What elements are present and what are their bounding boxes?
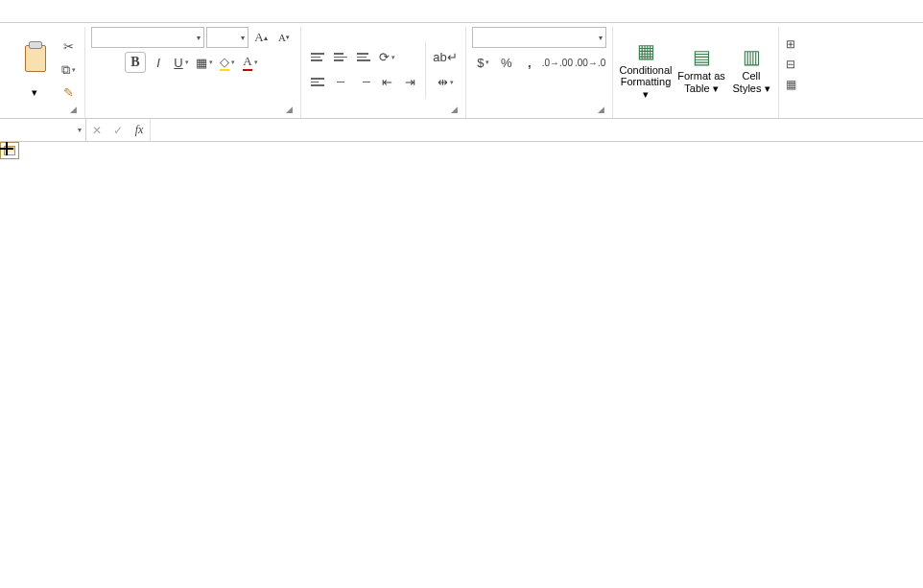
font-color-button[interactable]: A▾ (240, 52, 261, 73)
italic-button[interactable]: I (148, 52, 169, 73)
cell-styles-icon: ▥ (743, 45, 761, 68)
insert-function-button[interactable]: fx (129, 119, 150, 141)
increase-indent-button[interactable]: ⇥ (399, 72, 420, 93)
border-button[interactable]: ▦▾ (194, 52, 215, 73)
align-right-button[interactable] (353, 72, 374, 93)
formula-input[interactable] (150, 119, 923, 141)
worksheet-grid[interactable] (0, 142, 923, 588)
group-cells-partial: ⊞ ⊟ ▦ (779, 27, 806, 118)
cancel-formula-button[interactable]: ✕ (86, 119, 107, 141)
chevron-down-icon: ▾ (596, 34, 605, 42)
chevron-down-icon: ▾ (238, 34, 248, 42)
insert-cells-button[interactable]: ⊞ (781, 35, 800, 54)
paste-icon (22, 41, 47, 72)
wrap-text-button[interactable]: ab↵ (431, 47, 460, 68)
group-clipboard: ▾ ✂ ⧉▾ ✎ ◢ (8, 27, 85, 118)
format-as-table-label: Format asTable ▾ (677, 70, 725, 93)
quick-analysis-button[interactable] (0, 142, 19, 159)
group-label-clipboard: ◢ (13, 112, 79, 118)
conditional-formatting-icon: ▦ (637, 39, 655, 62)
align-middle-button[interactable] (330, 47, 351, 68)
conditional-formatting-button[interactable]: ▦ ConditionalFormatting ▾ (619, 38, 673, 102)
delete-cells-button[interactable]: ⊟ (781, 55, 800, 74)
group-font: ▾ ▾ A▴ A▾ B I U▾ ▦▾ ◇▾ A▾ ◢ (85, 27, 301, 118)
orientation-button[interactable]: ⟳▾ (376, 47, 397, 68)
merge-center-button[interactable]: ⇹▾ (431, 72, 460, 93)
increase-font-button[interactable]: A▴ (250, 27, 272, 48)
increase-decimal-button[interactable]: .0→.00 (542, 52, 573, 73)
group-label-number: ◢ (472, 112, 606, 118)
align-center-button[interactable] (330, 72, 351, 93)
decrease-font-button[interactable]: A▾ (273, 27, 295, 48)
enter-formula-button[interactable]: ✓ (107, 119, 129, 141)
format-as-table-button[interactable]: ▤ Format asTable ▾ (674, 38, 728, 102)
chevron-down-icon: ▾ (32, 86, 37, 98)
ribbon-tabs (0, 0, 923, 23)
ribbon: ▾ ✂ ⧉▾ ✎ ◢ ▾ ▾ A▴ A▾ (0, 23, 923, 119)
conditional-formatting-label: ConditionalFormatting ▾ (619, 64, 673, 99)
group-alignment: ⟳▾ ⇤ ⇥ ab↵ ⇹▾ ◢ (301, 27, 466, 118)
formula-bar: ▾ ✕ ✓ fx (0, 119, 923, 142)
chevron-down-icon: ▾ (194, 34, 203, 42)
cut-button[interactable]: ✂ (58, 36, 79, 58)
align-top-button[interactable] (307, 47, 328, 68)
dialog-launcher-icon[interactable]: ◢ (70, 105, 77, 114)
dialog-launcher-icon[interactable]: ◢ (598, 105, 604, 114)
cell-styles-label: CellStyles ▾ (732, 70, 769, 93)
number-format-combo[interactable]: ▾ (472, 27, 606, 48)
dialog-launcher-icon[interactable]: ◢ (451, 105, 458, 114)
format-painter-button[interactable]: ✎ (58, 82, 79, 104)
accounting-format-button[interactable]: $▾ (473, 52, 494, 73)
decrease-indent-button[interactable]: ⇤ (376, 72, 397, 93)
group-label-font: ◢ (91, 112, 295, 118)
chevron-down-icon: ▾ (78, 126, 82, 134)
dialog-launcher-icon[interactable]: ◢ (286, 105, 293, 114)
font-name-combo[interactable]: ▾ (91, 27, 204, 48)
bold-button[interactable]: B (125, 52, 146, 73)
group-styles: ▦ ConditionalFormatting ▾ ▤ Format asTab… (613, 27, 779, 118)
paste-button[interactable]: ▾ (13, 38, 56, 102)
group-label-styles (619, 112, 772, 118)
percent-format-button[interactable]: % (496, 52, 517, 73)
underline-button[interactable]: U▾ (171, 52, 192, 73)
font-size-combo[interactable]: ▾ (206, 27, 248, 48)
comma-format-button[interactable]: , (519, 52, 540, 73)
align-left-button[interactable] (307, 72, 328, 93)
decrease-decimal-button[interactable]: .00→.0 (575, 52, 605, 73)
format-as-table-icon: ▤ (693, 45, 711, 68)
group-label-alignment: ◢ (307, 112, 460, 118)
cell-styles-button[interactable]: ▥ CellStyles ▾ (730, 38, 772, 102)
align-bottom-button[interactable] (353, 47, 374, 68)
copy-button[interactable]: ⧉▾ (58, 59, 79, 81)
fill-color-button[interactable]: ◇▾ (217, 52, 238, 73)
group-number: ▾ $▾ % , .0→.00 .00→.0 ◢ (466, 27, 613, 118)
name-box[interactable]: ▾ (0, 119, 86, 141)
format-cells-button[interactable]: ▦ (781, 75, 800, 94)
